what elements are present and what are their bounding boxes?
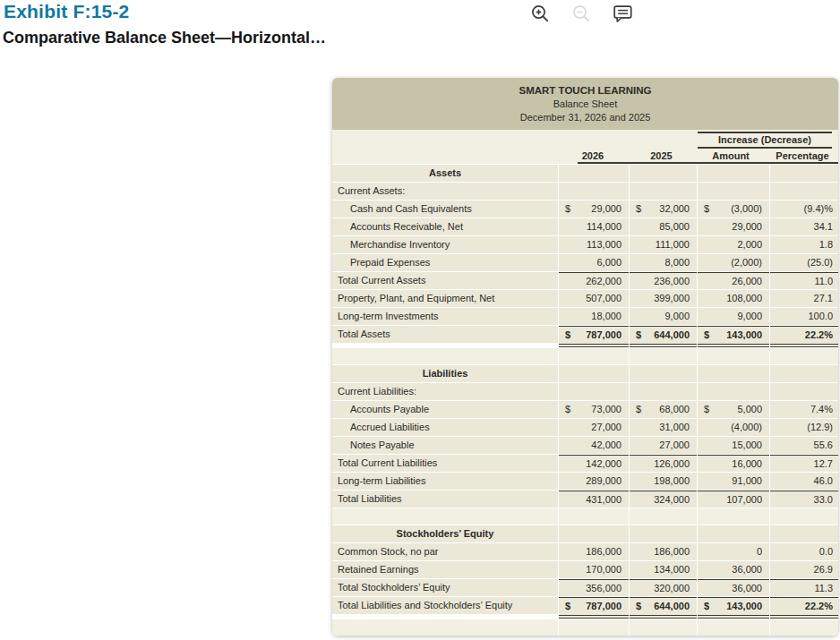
cell-2026 <box>559 619 629 636</box>
column-header-2026: 2026 <box>558 150 628 162</box>
section-heading: Liabilities <box>332 365 558 382</box>
value: 143,000 <box>709 598 762 615</box>
cell-2026 <box>559 165 629 182</box>
zoom-out-icon[interactable] <box>571 4 592 24</box>
value: (3,000) <box>709 201 762 218</box>
cell-amount: 36,000 <box>698 561 769 578</box>
section-heading: Stockholders’ Equity <box>332 525 558 542</box>
cell-amount: $143,000 <box>698 326 769 347</box>
value: 262,000 <box>565 273 621 289</box>
cell-amount <box>698 508 769 525</box>
cell-2026: $73,000 <box>559 401 629 418</box>
value: 170,000 <box>565 561 621 578</box>
row-label: Total Current Assets <box>332 272 558 289</box>
value: 0 <box>704 543 762 560</box>
cell-2026: $787,000 <box>559 597 629 619</box>
cell-amount: 107,000 <box>698 491 769 508</box>
exhibit-label: Exhibit F:15-2 <box>4 1 130 22</box>
zoom-in-icon[interactable] <box>530 4 551 24</box>
value <box>704 619 762 636</box>
cell-2026: $29,000 <box>559 201 629 218</box>
value: (2,000) <box>704 254 762 271</box>
value: 644,000 <box>641 327 690 344</box>
cell-percentage <box>770 365 838 382</box>
row-label: Current Liabilities: <box>332 383 558 400</box>
value <box>636 525 690 542</box>
statement-heading: SMART TOUCH LEARNING Balance Sheet Decem… <box>332 78 838 130</box>
value: 431,000 <box>565 491 621 508</box>
cell-2025: $644,000 <box>630 597 697 619</box>
cell-2026 <box>559 348 629 364</box>
value: 787,000 <box>570 598 621 615</box>
cell-2025 <box>630 508 697 525</box>
value: 27,000 <box>565 419 621 436</box>
cell-2026: $787,000 <box>559 326 629 347</box>
value <box>565 183 621 200</box>
row-label: Accounts Payable <box>332 401 558 418</box>
cell-2026: 27,000 <box>559 419 629 436</box>
value: 108,000 <box>704 290 762 307</box>
value <box>704 165 762 182</box>
cell-2025: 9,000 <box>630 308 697 325</box>
value <box>565 348 621 364</box>
cell-2025: 198,000 <box>630 473 697 490</box>
value: 186,000 <box>565 543 621 560</box>
balance-sheet-table: SMART TOUCH LEARNING Balance Sheet Decem… <box>332 78 838 636</box>
value: 32,000 <box>641 201 690 218</box>
toolbar <box>530 4 633 24</box>
value: 15,000 <box>704 437 762 454</box>
cell-2026: 18,000 <box>559 308 629 325</box>
cell-percentage: 46.0 <box>770 473 838 490</box>
cell-2026: 113,000 <box>559 236 629 253</box>
cell-percentage: 26.9 <box>770 561 838 578</box>
cell-amount <box>698 383 769 400</box>
cell-amount: $5,000 <box>698 401 769 418</box>
statement-title: Balance Sheet <box>332 98 838 111</box>
cell-2026: 262,000 <box>559 272 629 289</box>
section-heading: Assets <box>332 165 558 182</box>
cell-amount <box>698 525 769 542</box>
row-label: Common Stock, no par <box>332 543 558 560</box>
comment-icon[interactable] <box>613 4 633 24</box>
cell-percentage <box>770 165 838 182</box>
cell-percentage: (12.9) <box>770 419 838 436</box>
row-label: Total Assets <box>332 326 558 343</box>
cell-percentage: 100.0 <box>770 308 838 325</box>
value <box>636 183 690 200</box>
value <box>565 525 621 542</box>
cell-2026: 186,000 <box>559 543 629 560</box>
cell-amount: 0 <box>698 543 769 560</box>
value: 236,000 <box>636 273 690 289</box>
cell-2026: 42,000 <box>559 437 629 454</box>
value <box>565 383 621 400</box>
cell-amount: 9,000 <box>698 308 769 325</box>
value <box>636 383 690 400</box>
column-header-amount: Amount <box>695 150 767 162</box>
value <box>636 348 690 364</box>
value: 111,000 <box>636 236 690 253</box>
value: 289,000 <box>565 473 621 490</box>
statement-rows: AssetsCurrent Assets:Cash and Cash Equiv… <box>332 164 838 636</box>
spacer-row <box>332 508 558 525</box>
cell-percentage: 55.6 <box>770 437 838 454</box>
cell-amount: (2,000) <box>698 254 769 271</box>
exhibit-subtitle: Comparative Balance Sheet—Horizontal… <box>3 29 326 47</box>
cell-2025: 31,000 <box>630 419 697 436</box>
value <box>704 508 762 525</box>
cell-2025 <box>630 348 697 364</box>
cell-2025: 126,000 <box>630 455 697 472</box>
value <box>704 383 762 400</box>
increase-decrease-header: Increase (Decrease) <box>698 132 832 149</box>
cell-percentage: 27.1 <box>770 290 838 307</box>
cell-2026: 289,000 <box>559 473 629 490</box>
cell-amount: $(3,000) <box>698 201 769 218</box>
value: 91,000 <box>704 473 762 490</box>
value: 9,000 <box>636 308 690 325</box>
cell-2026 <box>559 365 629 382</box>
cell-2026: 507,000 <box>559 290 629 307</box>
value: 42,000 <box>565 437 621 454</box>
cell-amount <box>698 165 769 182</box>
value <box>704 348 762 364</box>
value: 126,000 <box>636 456 690 472</box>
cell-2025: 85,000 <box>630 218 697 235</box>
